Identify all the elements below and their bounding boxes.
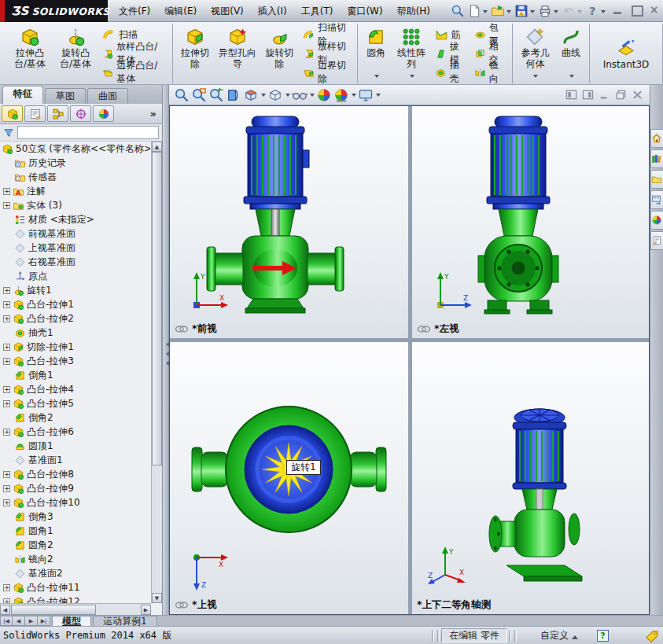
- solidworks-resources-button[interactable]: [650, 129, 663, 148]
- expand-toggle[interactable]: +: [3, 429, 10, 436]
- ribbon-button-mirror[interactable]: 镜向: [470, 64, 510, 81]
- next-study-button[interactable]: ▶: [25, 616, 38, 626]
- curves-dropdown-caret[interactable]: [569, 75, 574, 80]
- viewport-top[interactable]: X Z 旋转1 *上视: [170, 342, 408, 614]
- tree-horizontal-scrollbar[interactable]: ◀ ▶: [0, 603, 151, 615]
- zoom-to-fit-button[interactable]: [174, 87, 190, 103]
- tree-item-plane-21[interactable]: 基准面1: [2, 453, 150, 467]
- restore-button[interactable]: [630, 5, 642, 15]
- viewport-front[interactable]: Y X *前视: [170, 106, 408, 338]
- ribbon-button-extruded-boss-base[interactable]: 拉伸凸台/基体: [7, 24, 53, 83]
- tree-item-fillet-feature-27[interactable]: 圆角2: [2, 538, 150, 552]
- ribbon-button-curves[interactable]: 曲线: [555, 24, 587, 83]
- tree-item-extrude-16[interactable]: +凸台-拉伸4: [2, 382, 150, 396]
- tree-item-extruded-cut-feature-13[interactable]: +切除-拉伸1: [2, 340, 150, 354]
- search-button[interactable]: [451, 4, 465, 18]
- tree-item-sensors-folder-1[interactable]: 传感器: [2, 170, 150, 184]
- scroll-down-button[interactable]: ▼: [152, 593, 162, 603]
- expand-toggle[interactable]: +: [3, 400, 10, 407]
- vertical-scroll-thumb[interactable]: [152, 152, 162, 466]
- tree-item-history-folder-0[interactable]: 历史记录: [2, 156, 150, 170]
- expand-toggle[interactable]: +: [3, 358, 10, 365]
- file-explorer-button[interactable]: [650, 170, 663, 189]
- undo-dropdown-caret[interactable]: [577, 10, 582, 16]
- open-document-button[interactable]: [491, 4, 505, 18]
- edit-appearance-button[interactable]: [316, 87, 332, 103]
- ribbon-button-shell[interactable]: 抽壳: [431, 64, 470, 81]
- fillet-dropdown-caret[interactable]: [374, 75, 379, 80]
- display-style-dropdown-caret[interactable]: [285, 94, 290, 99]
- expand-toggle[interactable]: +: [3, 287, 10, 294]
- tree-vertical-scrollbar[interactable]: ▲ ▼: [151, 142, 162, 603]
- help-dropdown-caret[interactable]: [601, 10, 606, 16]
- split-view-right-button[interactable]: [582, 89, 594, 101]
- tree-item-dome-20[interactable]: 圆顶1: [2, 439, 150, 453]
- ribbon-button-revolved-cut[interactable]: 旋转切除: [260, 24, 299, 83]
- ribbon-button-boundary-boss-base[interactable]: 边界凸台/基体: [98, 64, 170, 81]
- tree-item-extrude-31[interactable]: +凸台-拉伸12: [2, 594, 150, 603]
- hide-show-items-dropdown-caret[interactable]: [310, 94, 315, 99]
- doc-minimize-button[interactable]: [599, 89, 610, 101]
- tree-item-fillet-feature-26[interactable]: 圆角1: [2, 524, 150, 538]
- tree-item-shell-feature-12[interactable]: 抽壳1: [2, 326, 150, 340]
- undo-button[interactable]: [562, 4, 576, 18]
- scroll-left-button[interactable]: ◀: [0, 605, 10, 615]
- split-view-left-button[interactable]: [565, 89, 577, 101]
- ribbon-button-instant3d[interactable]: Instant3D: [592, 24, 660, 83]
- linear-pattern-dropdown-caret[interactable]: [410, 75, 414, 80]
- horizontal-scroll-thumb[interactable]: [11, 605, 96, 615]
- tree-item-chamfer-25[interactable]: 倒角3: [2, 510, 150, 524]
- hide-show-items-button[interactable]: [292, 87, 308, 103]
- ribbon-button-linear-pattern[interactable]: 线性阵列: [392, 24, 431, 83]
- insert-menu[interactable]: 插入(I): [251, 2, 294, 20]
- display-style-button[interactable]: [267, 87, 283, 103]
- ribbon-button-fillet[interactable]: 圆角: [360, 24, 392, 83]
- tree-filter-input[interactable]: [17, 126, 159, 139]
- expand-toggle[interactable]: +: [3, 188, 10, 195]
- tree-item-plane-7[interactable]: 右视基准面: [2, 255, 150, 269]
- tree-item-plane-29[interactable]: 基准面2: [2, 566, 150, 580]
- expand-toggle[interactable]: +: [3, 584, 10, 591]
- tree-item-mirror-feature-28[interactable]: 镜向2: [2, 552, 150, 566]
- help-button[interactable]: ?: [585, 4, 599, 18]
- quick-tips-icon[interactable]: ?: [597, 630, 609, 642]
- first-study-button[interactable]: |◀: [0, 616, 13, 626]
- save-dropdown-caret[interactable]: [530, 10, 535, 16]
- doc-restore-button[interactable]: [615, 89, 627, 101]
- dimxpertmanager-tab[interactable]: [70, 105, 91, 122]
- save-button[interactable]: [514, 4, 529, 18]
- view-settings-dropdown-caret[interactable]: [376, 94, 381, 99]
- ribbon-button-extruded-cut[interactable]: 拉伸切除: [175, 24, 214, 83]
- ribbon-button-hole-wizard[interactable]: 异型孔向导: [215, 24, 260, 83]
- tree-item-extrude-11[interactable]: +凸台-拉伸2: [2, 311, 150, 326]
- tools-menu[interactable]: 工具(T): [294, 2, 341, 20]
- new-document-dropdown-caret[interactable]: [483, 10, 488, 16]
- tree-item-extrude-22[interactable]: +凸台-拉伸8: [2, 467, 150, 481]
- tree-item-extrude-24[interactable]: +凸台-拉伸10: [2, 495, 150, 510]
- panel-splitter[interactable]: [163, 85, 169, 615]
- featuremanager-design-tree-tab[interactable]: [2, 105, 23, 122]
- units-selector[interactable]: 自定义: [540, 629, 569, 642]
- tree-item-extrude-14[interactable]: +凸台-拉伸3: [2, 354, 150, 368]
- tree-item-plane-5[interactable]: 前视基准面: [2, 226, 150, 241]
- reference-geometry-dropdown-caret[interactable]: [533, 75, 538, 80]
- tree-item-extrude-17[interactable]: +凸台-拉伸5: [2, 396, 150, 410]
- tree-item-chamfer-15[interactable]: 倒角1: [2, 368, 150, 382]
- expand-toggle[interactable]: +: [3, 471, 10, 478]
- previous-study-button[interactable]: ◀: [13, 616, 25, 626]
- expand-toggle[interactable]: +: [3, 344, 10, 351]
- tree-item-revolve-9[interactable]: +旋转1: [2, 283, 150, 297]
- tree-root-item[interactable]: 50立泵 (零件名称<<零件名称>: [2, 142, 150, 156]
- file-menu[interactable]: 文件(F): [112, 2, 157, 20]
- study-tab-运动算例1[interactable]: 运动算例1: [93, 616, 157, 626]
- tree-item-plane-6[interactable]: 上视基准面: [2, 241, 150, 255]
- edit-menu[interactable]: 编辑(E): [157, 2, 204, 20]
- tree-item-solid-bodies-folder-3[interactable]: +实体 (3): [2, 198, 150, 212]
- close-button[interactable]: ×: [648, 5, 660, 15]
- apply-scene-dropdown-caret[interactable]: [352, 94, 356, 99]
- help-menu[interactable]: 帮助(H): [390, 2, 437, 20]
- section-view-button[interactable]: [226, 87, 241, 103]
- tab-特征[interactable]: 特征: [2, 86, 43, 104]
- tree-item-chamfer-18[interactable]: 倒角2: [2, 410, 150, 425]
- units-caret-icon[interactable]: [572, 632, 578, 639]
